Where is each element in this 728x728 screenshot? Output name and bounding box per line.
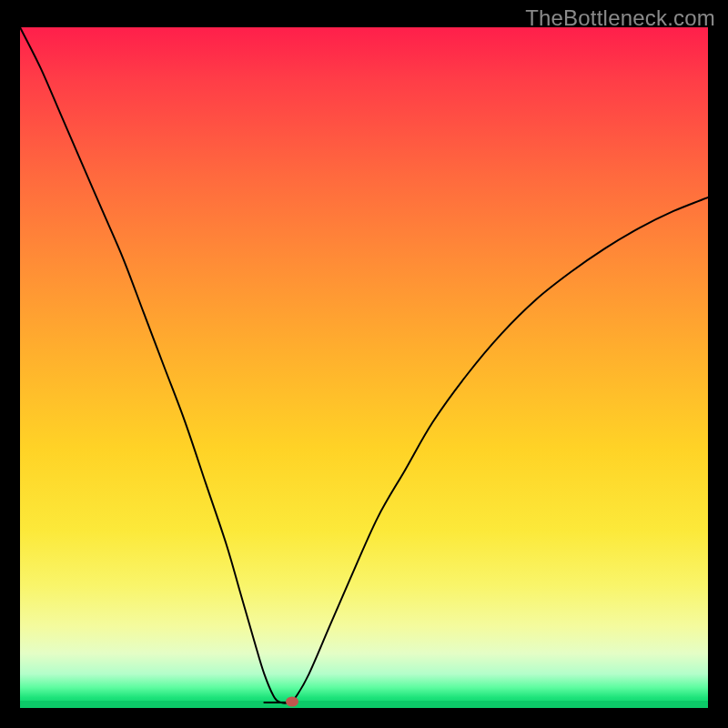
optimum-marker: [286, 696, 298, 706]
curve-path: [20, 27, 708, 703]
chart-frame: TheBottleneck.com: [0, 0, 728, 728]
plot-area: [20, 27, 708, 708]
bottleneck-curve: [20, 27, 708, 708]
